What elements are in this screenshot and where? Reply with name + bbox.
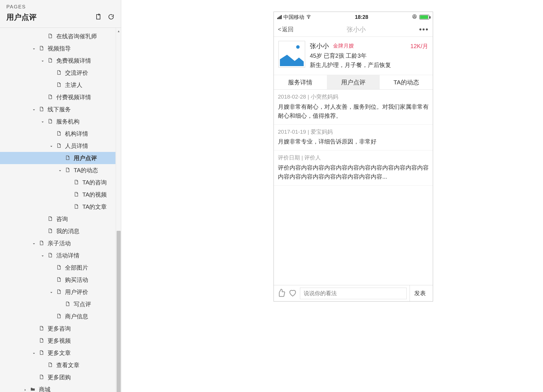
chevron-down-icon[interactable] — [32, 350, 37, 355]
chevron-down-icon[interactable] — [41, 119, 46, 124]
tree-item-label: 免费视频详情 — [56, 57, 91, 65]
chevron-right-icon[interactable] — [23, 387, 28, 392]
tree-item[interactable]: 全部图片 — [0, 262, 115, 274]
scroll-thumb[interactable] — [117, 231, 121, 392]
tree-item[interactable]: 商城 — [0, 383, 115, 392]
tree-item[interactable]: 机构详情 — [0, 128, 115, 140]
tree-item[interactable]: TA的咨询 — [0, 176, 115, 188]
chevron-down-icon[interactable] — [41, 58, 46, 63]
tree-item[interactable]: 主讲人 — [0, 79, 115, 91]
page-icon — [48, 33, 53, 39]
nav-title: 张小小 — [347, 25, 366, 34]
profile-card: 张小小 金牌月嫂 12K/月 45岁 已育2孩 工龄3年 新生儿护理，月子餐，产… — [274, 37, 433, 75]
tree-item[interactable]: TA的文章 — [0, 201, 115, 213]
tree-item[interactable]: 查看文章 — [0, 359, 115, 371]
refresh-icon[interactable] — [108, 13, 115, 21]
phone-mockup: 中国移动 18:28 < 返回 张小小 ••• — [274, 12, 433, 302]
avatar — [278, 41, 305, 68]
tree-item[interactable]: 线下服务 — [0, 103, 115, 115]
tree-item[interactable]: TA的视频 — [0, 188, 115, 201]
review-meta: 评价日期 | 评价人 — [278, 153, 429, 162]
page-icon — [48, 362, 53, 368]
tree-item-label: 更多文章 — [48, 349, 71, 357]
tree-item[interactable]: 更多文章 — [0, 347, 115, 359]
back-button[interactable]: < 返回 — [278, 26, 294, 33]
tree-item[interactable]: 交流评价 — [0, 67, 115, 79]
chevron-down-icon[interactable] — [49, 289, 55, 295]
tree-item-label: 更多视频 — [48, 337, 71, 345]
profile-line-age: 45岁 已育2孩 工龄3年 — [310, 51, 428, 60]
tree-item[interactable]: 人员详情 — [0, 140, 115, 152]
send-button[interactable]: 发表 — [410, 285, 430, 301]
tree-item[interactable]: 在线咨询催乳师 — [0, 30, 115, 42]
orientation-lock-icon — [412, 14, 417, 21]
review-body: 月嫂非常专业，详细告诉原因，非常好 — [278, 137, 429, 146]
page-icon — [39, 240, 45, 246]
profile-line-skills: 新生儿护理，月子餐，产后恢复 — [310, 60, 428, 70]
back-label: 返回 — [282, 26, 294, 33]
tree-item[interactable]: 用户点评 — [0, 152, 115, 164]
tree-item[interactable]: 更多咨询 — [0, 322, 115, 335]
profile-tag: 金牌月嫂 — [333, 42, 354, 50]
chevron-down-icon[interactable] — [58, 168, 63, 173]
more-button[interactable]: ••• — [419, 25, 429, 34]
tree-item-label: 机构详情 — [65, 130, 88, 138]
tree-item[interactable]: 咨询 — [0, 213, 115, 225]
profile-price: 12K/月 — [410, 41, 428, 51]
tree-item-label: 付费视频详情 — [56, 93, 91, 101]
export-icon[interactable] — [95, 13, 102, 21]
tree-item-label: 用户评价 — [65, 288, 88, 296]
tree-item[interactable]: 购买活动 — [0, 274, 115, 286]
page-icon — [48, 228, 53, 234]
heart-icon[interactable] — [288, 288, 297, 298]
tab[interactable]: 用户点评 — [327, 75, 380, 89]
tree-item[interactable]: 服务机构 — [0, 115, 115, 128]
tree-item-label: 查看文章 — [56, 361, 79, 369]
tree-item-label: 活动详情 — [56, 252, 79, 259]
review-item: 评价日期 | 评价人评价内容内容内容内容内容内容内容内容内容内容内容内容内容内容… — [274, 150, 433, 185]
page-icon — [39, 374, 45, 380]
chevron-down-icon[interactable] — [49, 143, 55, 148]
tree-item[interactable]: TA的动态 — [0, 164, 115, 176]
page-icon — [65, 301, 71, 307]
tree-item[interactable]: 视频指导 — [0, 42, 115, 55]
tree-item-label: 写点评 — [74, 300, 91, 308]
tab[interactable]: 服务详情 — [274, 75, 327, 89]
tree-item[interactable]: 付费视频详情 — [0, 91, 115, 103]
tree-item-label: 全部图片 — [65, 264, 88, 272]
tree-item[interactable]: 免费视频详情 — [0, 55, 115, 67]
status-bar: 中国移动 18:28 — [274, 12, 433, 22]
tree-item[interactable]: 亲子活动 — [0, 237, 115, 249]
chevron-down-icon[interactable] — [32, 46, 37, 51]
tree-item-label: 商户信息 — [65, 313, 88, 320]
page-icon — [56, 277, 62, 283]
page-icon — [65, 167, 71, 173]
scroll-up-arrow-icon[interactable]: ▴ — [116, 28, 121, 34]
battery-icon — [419, 15, 429, 19]
page-icon — [56, 143, 62, 149]
chevron-down-icon[interactable] — [32, 107, 37, 112]
review-meta: 2018-02-28 | 小突然妈妈 — [278, 92, 429, 101]
page-icon — [39, 350, 45, 356]
page-icon — [56, 289, 62, 295]
tree-item[interactable]: 商户信息 — [0, 310, 115, 322]
review-item: 2017-01-19 | 爱宝妈妈月嫂非常专业，详细告诉原因，非常好 — [274, 125, 433, 150]
page-icon — [65, 155, 71, 161]
sidebar-scrollbar[interactable]: ▴ ▾ — [116, 28, 121, 392]
chevron-down-icon[interactable] — [41, 253, 46, 258]
tree-item[interactable]: 活动详情 — [0, 249, 115, 262]
tree-item-label: 服务机构 — [56, 118, 79, 126]
thumbs-up-icon[interactable] — [277, 288, 285, 298]
chevron-down-icon[interactable] — [32, 241, 37, 246]
tree-item[interactable]: 我的消息 — [0, 225, 115, 237]
tab[interactable]: TA的动态 — [380, 75, 433, 89]
tree-item[interactable]: 写点评 — [0, 298, 115, 310]
comment-input[interactable] — [300, 288, 407, 299]
tree-item-label: 更多团购 — [48, 373, 71, 381]
tree-item-label: 人员详情 — [65, 142, 88, 150]
page-icon — [74, 192, 79, 197]
tree-item-label: 我的消息 — [56, 227, 79, 235]
tree-item[interactable]: 用户评价 — [0, 286, 115, 298]
tree-item[interactable]: 更多视频 — [0, 335, 115, 347]
tree-item[interactable]: 更多团购 — [0, 371, 115, 383]
